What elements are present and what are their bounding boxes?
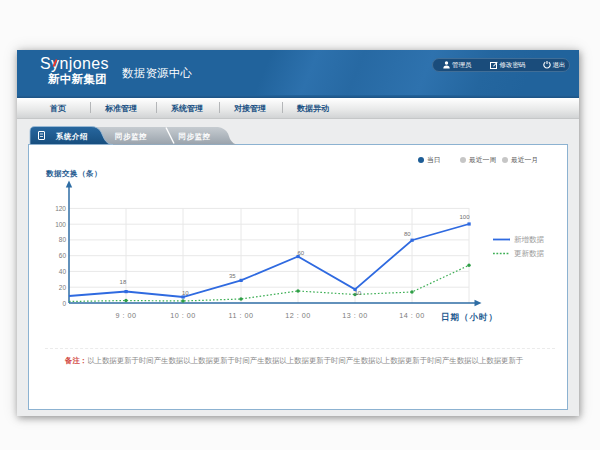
svg-text:40: 40 (59, 268, 67, 275)
svg-text:0: 0 (62, 300, 66, 307)
svg-text:13 : 00: 13 : 00 (342, 311, 367, 320)
svg-text:100: 100 (55, 221, 66, 228)
svg-text:35: 35 (229, 273, 236, 279)
svg-text:9 : 00: 9 : 00 (116, 311, 137, 320)
svg-text:14 : 00: 14 : 00 (399, 311, 424, 320)
svg-text:18: 18 (120, 279, 127, 285)
svg-text:60: 60 (298, 250, 305, 256)
svg-text:日期（小时）: 日期（小时） (441, 312, 498, 322)
svg-text:20: 20 (59, 284, 67, 291)
svg-text:11 : 00: 11 : 00 (229, 311, 254, 320)
svg-text:120: 120 (55, 205, 66, 212)
svg-text:60: 60 (59, 252, 67, 259)
svg-text:10: 10 (182, 290, 189, 296)
svg-text:80: 80 (59, 236, 67, 243)
svg-text:100: 100 (460, 214, 471, 220)
svg-text:10: 10 (355, 290, 362, 296)
svg-text:12 : 00: 12 : 00 (285, 311, 310, 320)
svg-text:10 : 00: 10 : 00 (170, 311, 195, 320)
svg-text:80: 80 (404, 231, 411, 237)
